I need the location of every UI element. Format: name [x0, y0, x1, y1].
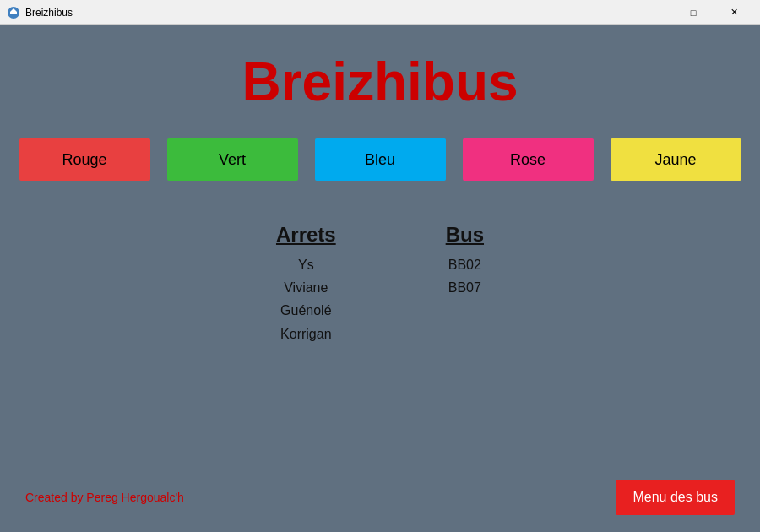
bleu-button[interactable]: Bleu: [315, 138, 446, 181]
arrets-header: Arrets: [276, 223, 336, 247]
window-title: Breizhibus: [25, 7, 73, 19]
creator-text: Created by Pereg Hergoualc'h: [25, 491, 184, 504]
app-icon: [7, 6, 20, 19]
maximize-button[interactable]: □: [674, 0, 713, 25]
bus-bb02: BB02: [448, 253, 481, 276]
bus-section: Bus BB02 BB07: [446, 223, 484, 299]
window-controls: — □ ✕: [633, 0, 753, 25]
arret-ys: Ys: [298, 253, 314, 276]
arret-guenole: Guénolé: [280, 299, 332, 322]
title-bar-left: Breizhibus: [7, 6, 73, 19]
arret-viviane: Viviane: [284, 276, 328, 299]
minimize-button[interactable]: —: [633, 0, 672, 25]
tables-area: Arrets Ys Viviane Guénolé Korrigan Bus B…: [276, 223, 484, 345]
svg-rect-1: [10, 12, 17, 14]
rose-button[interactable]: Rose: [463, 138, 594, 181]
app-title: Breizhibus: [242, 51, 518, 113]
vert-button[interactable]: Vert: [167, 138, 298, 181]
arret-korrigan: Korrigan: [280, 323, 331, 345]
arrets-section: Arrets Ys Viviane Guénolé Korrigan: [276, 223, 336, 345]
bus-header: Bus: [446, 223, 484, 247]
close-button[interactable]: ✕: [714, 0, 753, 25]
bus-bb07: BB07: [448, 276, 481, 299]
rouge-button[interactable]: Rouge: [19, 138, 150, 181]
title-bar: Breizhibus — □ ✕: [0, 0, 760, 25]
menu-des-bus-button[interactable]: Menu des bus: [616, 480, 735, 515]
jaune-button[interactable]: Jaune: [611, 138, 741, 181]
main-content: Breizhibus Rouge Vert Bleu Rose Jaune Ar…: [0, 25, 760, 532]
color-buttons-row: Rouge Vert Bleu Rose Jaune: [19, 138, 741, 181]
footer: Created by Pereg Hergoualc'h Menu des bu…: [0, 480, 760, 515]
